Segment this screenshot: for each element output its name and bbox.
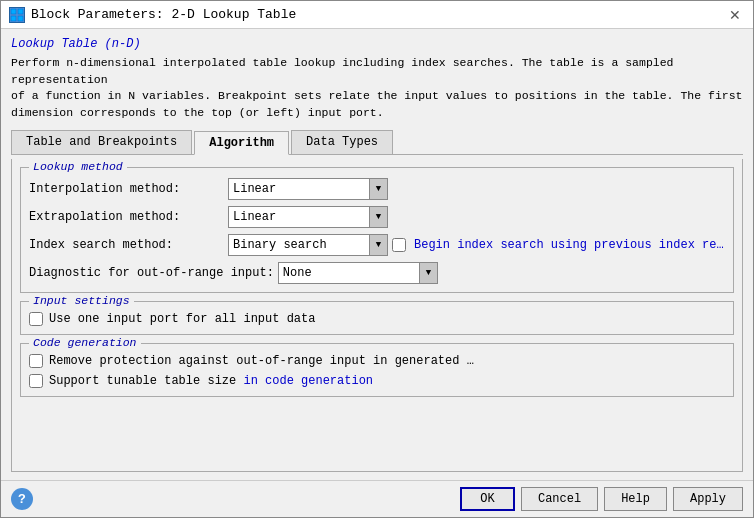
window-icon (9, 7, 25, 23)
help-icon[interactable]: ? (11, 488, 33, 510)
diagnostic-row: Diagnostic for out-of-range input: None … (29, 262, 725, 284)
tab-table-breakpoints[interactable]: Table and Breakpoints (11, 130, 192, 154)
index-search-arrow[interactable]: ▼ (369, 235, 387, 255)
input-settings-section: Input settings Use one input port for al… (20, 301, 734, 335)
remove-protection-checkbox[interactable] (29, 354, 43, 368)
description: Perform n-dimensional interpolated table… (11, 55, 743, 122)
content-area: Lookup Table (n-D) Perform n-dimensional… (1, 29, 753, 480)
help-button[interactable]: Help (604, 487, 667, 511)
one-input-port-label: Use one input port for all input data (49, 312, 315, 326)
diagnostic-value: None (279, 266, 419, 280)
tab-data-types[interactable]: Data Types (291, 130, 393, 154)
tab-algorithm[interactable]: Algorithm (194, 131, 289, 155)
extrapolation-arrow[interactable]: ▼ (369, 207, 387, 227)
svg-rect-2 (11, 16, 16, 21)
support-tunable-checkbox[interactable] (29, 374, 43, 388)
index-search-label: Index search method: (29, 238, 224, 252)
window-title: Block Parameters: 2-D Lookup Table (31, 7, 296, 22)
footer-left: ? (11, 488, 33, 510)
footer: ? OK Cancel Help Apply (1, 480, 753, 517)
lookup-method-section: Lookup method Interpolation method: Line… (20, 167, 734, 293)
interpolation-label: Interpolation method: (29, 182, 224, 196)
support-tunable-label: Support tunable table size in code gener… (49, 374, 373, 388)
ok-button[interactable]: OK (460, 487, 515, 511)
close-button[interactable]: ✕ (725, 7, 745, 23)
title-bar-left: Block Parameters: 2-D Lookup Table (9, 7, 296, 23)
svg-rect-0 (11, 9, 16, 14)
interpolation-dropdown[interactable]: Linear ▼ (228, 178, 388, 200)
code-gen-row1: Remove protection against out-of-range i… (29, 354, 725, 368)
extrapolation-dropdown[interactable]: Linear ▼ (228, 206, 388, 228)
footer-buttons: OK Cancel Help Apply (460, 487, 743, 511)
code-generation-legend: Code generation (29, 336, 141, 349)
diagnostic-dropdown[interactable]: None ▼ (278, 262, 438, 284)
index-search-value: Binary search (229, 238, 369, 252)
one-input-port-checkbox[interactable] (29, 312, 43, 326)
interpolation-row: Interpolation method: Linear ▼ (29, 178, 725, 200)
remove-protection-label: Remove protection against out-of-range i… (49, 354, 474, 368)
diagnostic-label: Diagnostic for out-of-range input: (29, 266, 274, 280)
algorithm-panel: Lookup method Interpolation method: Line… (11, 159, 743, 472)
interpolation-arrow[interactable]: ▼ (369, 179, 387, 199)
svg-rect-3 (18, 16, 23, 21)
tabs-row: Table and Breakpoints Algorithm Data Typ… (11, 130, 743, 155)
begin-index-checkbox[interactable] (392, 238, 406, 252)
begin-index-label: Begin index search using previous index … (414, 238, 724, 252)
lookup-method-legend: Lookup method (29, 160, 127, 173)
extrapolation-row: Extrapolation method: Linear ▼ (29, 206, 725, 228)
extrapolation-label: Extrapolation method: (29, 210, 224, 224)
input-settings-row: Use one input port for all input data (29, 312, 725, 326)
code-generation-section: Code generation Remove protection agains… (20, 343, 734, 397)
main-window: Block Parameters: 2-D Lookup Table ✕ Loo… (0, 0, 754, 518)
input-settings-legend: Input settings (29, 294, 134, 307)
apply-button[interactable]: Apply (673, 487, 743, 511)
code-gen-row2: Support tunable table size in code gener… (29, 374, 725, 388)
index-search-row: Index search method: Binary search ▼ Beg… (29, 234, 725, 256)
extrapolation-value: Linear (229, 210, 369, 224)
title-bar: Block Parameters: 2-D Lookup Table ✕ (1, 1, 753, 29)
cancel-button[interactable]: Cancel (521, 487, 598, 511)
interpolation-value: Linear (229, 182, 369, 196)
diagnostic-arrow[interactable]: ▼ (419, 263, 437, 283)
svg-rect-1 (18, 9, 23, 14)
subtitle: Lookup Table (n-D) (11, 37, 743, 51)
index-search-dropdown[interactable]: Binary search ▼ (228, 234, 388, 256)
